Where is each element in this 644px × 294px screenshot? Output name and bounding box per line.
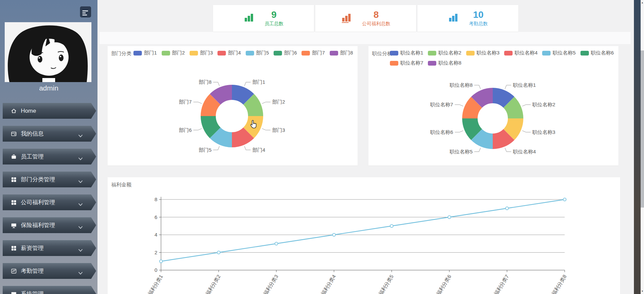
panel-benefit-line: 福利金额 02468福利分类1福利分类2福利分类3福利分类4福利分类5福利分类6… xyxy=(108,177,620,294)
sidebar-menu: Home我的信息员工管理部门分类管理公司福利管理保险福利管理薪资管理考勤管理系统… xyxy=(3,103,96,294)
sidebar-item-company-benefit-mgmt[interactable]: 公司福利管理 xyxy=(3,194,96,210)
x-tick-label: 福利分类5 xyxy=(377,274,395,294)
panel-department-pie: 部门分类 部门1部门2部门3部门4部门5部门6部门7部门8 部门1部门2部门3部… xyxy=(108,46,358,166)
donut-slice-label: 职位名称7 xyxy=(430,102,453,107)
vertical-scrollbar[interactable]: ▲ ▼ xyxy=(641,0,644,294)
sidebar-item-label: 我的信息 xyxy=(21,130,44,138)
sidebar-item-label: 部门分类管理 xyxy=(21,176,55,183)
x-tick-label: 福利分类2 xyxy=(204,274,222,294)
sidebar-item-label: 系统管理 xyxy=(21,290,44,294)
grid-icon xyxy=(11,245,17,251)
x-tick-label: 福利分类7 xyxy=(493,274,510,294)
chevron-down-icon xyxy=(78,270,83,277)
data-point-福利分类8[interactable] xyxy=(563,198,566,201)
chevron-down-icon xyxy=(78,155,83,162)
donut-slice-label: 部门8 xyxy=(199,79,211,85)
chevron-down-icon xyxy=(78,178,83,185)
donut-slice-label: 部门1 xyxy=(252,79,265,85)
stat-card-employee-total: 9员工总数 xyxy=(213,5,314,32)
avatar-illustration xyxy=(5,22,91,82)
sidebar-item-label: Home xyxy=(21,108,36,114)
scrollbar-thumb[interactable] xyxy=(641,50,644,208)
donut-slice-label: 职位名称8 xyxy=(449,82,473,88)
data-point-福利分类2[interactable] xyxy=(217,251,220,254)
donut-slice-label: 职位名称3 xyxy=(532,129,555,135)
donut-slice-label: 职位名称2 xyxy=(532,102,555,107)
sidebar: admin Home我的信息员工管理部门分类管理公司福利管理保险福利管理薪资管理… xyxy=(0,0,97,294)
scroll-down-arrow-icon[interactable]: ▼ xyxy=(641,289,644,294)
briefcase-icon xyxy=(11,154,17,160)
stat-value: 8 xyxy=(362,10,390,20)
content-band xyxy=(99,32,631,44)
data-point-福利分类6[interactable] xyxy=(448,216,451,219)
y-tick-label: 0 xyxy=(155,267,157,273)
scroll-up-arrow-icon[interactable]: ▲ xyxy=(641,0,644,5)
stat-card-company-benefit-total: 8公司福利总数 xyxy=(315,5,416,32)
grid-icon xyxy=(11,199,17,206)
y-tick-label: 6 xyxy=(155,214,157,220)
hamburger-icon xyxy=(82,10,91,15)
id-card-icon xyxy=(11,131,17,137)
avatar xyxy=(5,22,91,82)
sidebar-item-my-info[interactable]: 我的信息 xyxy=(3,126,96,142)
sidebar-item-dept-category-mgmt[interactable]: 部门分类管理 xyxy=(3,172,96,187)
x-tick-label: 福利分类8 xyxy=(551,274,568,294)
sidebar-item-label: 考勤管理 xyxy=(21,267,44,275)
bar-chart-icon xyxy=(244,12,255,24)
username: admin xyxy=(0,84,97,92)
donut-slice-label: 部门7 xyxy=(179,99,192,105)
donut-slice-label: 职位名称4 xyxy=(513,149,536,154)
sidebar-item-label: 薪资管理 xyxy=(21,244,44,252)
x-tick-label: 福利分类4 xyxy=(320,274,337,294)
donut-slice-label: 职位名称6 xyxy=(430,129,453,135)
y-tick-label: 8 xyxy=(155,196,157,202)
sidebar-item-label: 保险福利管理 xyxy=(21,221,55,229)
stat-label: 考勤总数 xyxy=(469,21,488,27)
stat-label: 员工总数 xyxy=(265,21,283,27)
chart-line-icon xyxy=(11,268,17,274)
stat-card-attendance-total: 10考勤总数 xyxy=(417,5,518,32)
position-donut-chart: 职位名称1职位名称2职位名称3职位名称4职位名称5职位名称6职位名称7职位名称8 xyxy=(368,46,618,166)
sidebar-item-system-mgmt[interactable]: 系统管理 xyxy=(3,286,96,294)
data-point-福利分类3[interactable] xyxy=(275,242,278,245)
chevron-down-icon xyxy=(78,247,83,254)
sidebar-item-attendance-mgmt[interactable]: 考勤管理 xyxy=(3,263,96,279)
sidebar-item-insurance-benefit-mgmt[interactable]: 保险福利管理 xyxy=(3,217,96,233)
sidebar-item-label: 公司福利管理 xyxy=(21,198,55,206)
donut-slice-label: 部门4 xyxy=(252,147,265,153)
sidebar-item-home[interactable]: Home xyxy=(3,103,96,119)
stat-value: 10 xyxy=(469,10,488,20)
chevron-down-icon xyxy=(78,201,83,208)
bar-chart-underline-icon xyxy=(341,12,353,24)
sidebar-item-label: 员工管理 xyxy=(21,153,44,160)
donut-slice-label: 部门6 xyxy=(179,127,192,133)
home-icon xyxy=(11,108,17,114)
chevron-down-icon xyxy=(78,133,83,139)
data-point-福利分类5[interactable] xyxy=(390,224,393,227)
data-point-福利分类7[interactable] xyxy=(506,207,509,210)
sidebar-item-employee-mgmt[interactable]: 员工管理 xyxy=(3,149,96,164)
data-point-福利分类4[interactable] xyxy=(332,233,335,236)
stat-label: 公司福利总数 xyxy=(362,21,390,27)
department-donut-chart: 部门1部门2部门3部门4部门5部门6部门7部门8 xyxy=(108,46,358,166)
donut-slice-label: 职位名称5 xyxy=(449,149,473,154)
data-point-福利分类1[interactable] xyxy=(160,260,163,263)
panel-position-pie: 职位分析 职位名称1职位名称2职位名称3职位名称4职位名称5职位名称6职位名称7… xyxy=(368,46,618,166)
donut-slice-label: 部门2 xyxy=(272,99,285,105)
chevron-down-icon xyxy=(78,224,83,231)
benefit-line-chart: 02468福利分类1福利分类2福利分类3福利分类4福利分类5福利分类6福利分类7… xyxy=(108,177,620,294)
sidebar-item-salary-mgmt[interactable]: 薪资管理 xyxy=(3,240,96,256)
main-content: 9员工总数8公司福利总数10考勤总数 部门分类 部门1部门2部门3部门4部门5部… xyxy=(97,0,634,294)
donut-slice-label: 部门3 xyxy=(272,127,285,133)
desktop-icon xyxy=(11,222,17,228)
y-tick-label: 4 xyxy=(155,232,157,237)
grid-icon xyxy=(11,177,17,183)
benefit-line-series xyxy=(161,199,565,261)
stats-row: 9员工总数8公司福利总数10考勤总数 xyxy=(97,5,634,32)
desktop-icon xyxy=(11,291,17,294)
x-tick-label: 福利分类6 xyxy=(435,274,452,294)
x-tick-label: 福利分类1 xyxy=(147,274,164,294)
stat-value: 9 xyxy=(265,10,283,20)
sidebar-toggle-button[interactable] xyxy=(80,6,91,17)
x-tick-label: 福利分类3 xyxy=(262,274,279,294)
